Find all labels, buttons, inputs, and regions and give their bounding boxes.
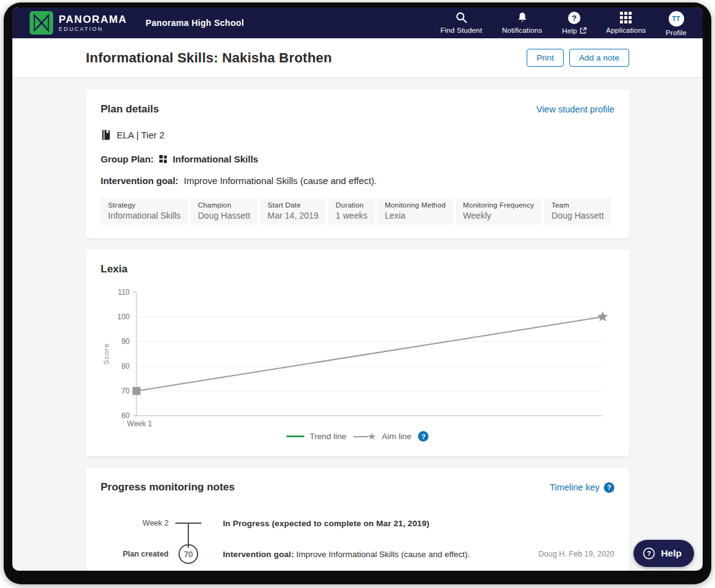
- svg-text:?: ?: [647, 550, 651, 557]
- nav-notifications[interactable]: Notifications: [502, 10, 542, 34]
- nav-notifications-label: Notifications: [502, 27, 542, 34]
- svg-text:70: 70: [122, 387, 130, 395]
- lexia-chart-card: Lexia 60708090100110Week 1Score Trend li…: [86, 250, 629, 456]
- main-content: Plan details View student profile ELA | …: [12, 77, 703, 571]
- nav-help-label: Help: [562, 27, 586, 35]
- help-circle-icon: ?: [567, 11, 581, 25]
- timeline-event-text: In Progress (expected to complete on Mar…: [223, 519, 429, 528]
- timeline-event-week2: Week 2 In Progress (expected to complete…: [101, 516, 614, 531]
- intervention-goal-value: Improve Informational Skills (cause and …: [184, 175, 377, 186]
- legend-trend-line: Trend line: [286, 432, 347, 441]
- trend-line-swatch: [286, 435, 304, 437]
- page-header: Informational Skills: Nakisha Brothen Pr…: [12, 38, 703, 77]
- svg-text:Score: Score: [102, 343, 110, 364]
- group-plan-row: Group Plan: Informational Skills: [101, 154, 614, 164]
- svg-text:90: 90: [122, 337, 130, 346]
- notes-timeline: Week 2 In Progress (expected to complete…: [101, 516, 614, 564]
- timeline-key-link[interactable]: Timeline key: [550, 482, 614, 493]
- top-nav: PANORAMA EDUCATION Panorama High School …: [12, 7, 703, 38]
- timeline-event-plan-created: Plan created 70 Intervention goal: Impro…: [101, 544, 614, 564]
- timeline-key-help-icon: [604, 482, 614, 493]
- svg-text:80: 80: [122, 362, 130, 371]
- nav-find-student-label: Find Student: [440, 27, 482, 34]
- search-icon: [455, 11, 468, 24]
- svg-text:?: ?: [572, 13, 577, 22]
- aim-line-swatch: [353, 436, 369, 437]
- intervention-goal-row: Intervention goal: Improve Informational…: [101, 175, 614, 186]
- timeline-event-label: Plan created: [101, 550, 169, 558]
- progress-notes-card: Progress monitoring notes Timeline key W…: [86, 468, 629, 571]
- plan-details-title: Plan details: [101, 103, 537, 116]
- timeline-event-meta: Doug H. Feb 19, 2020: [531, 550, 614, 558]
- window-frame: PANORAMA EDUCATION Panorama High School …: [4, 2, 711, 584]
- floating-help-button[interactable]: ? Help: [633, 540, 694, 567]
- panorama-logo[interactable]: PANORAMA EDUCATION: [30, 11, 127, 35]
- page-title: Informational Skills: Nakisha Brothen: [86, 50, 527, 66]
- timeline-event-label: Week 2: [101, 519, 169, 527]
- field-champion: Champion Doug Hassett: [191, 198, 258, 225]
- brand-subname: EDUCATION: [59, 27, 127, 32]
- print-button[interactable]: Print: [527, 49, 564, 67]
- legend-aim-line: ★ Aim line: [353, 432, 411, 441]
- plan-details-card: Plan details View student profile ELA | …: [86, 90, 629, 238]
- field-start-date: Start Date Mar 14, 2019: [260, 198, 326, 225]
- nav-find-student[interactable]: Find Student: [440, 10, 482, 34]
- book-icon: [101, 129, 111, 141]
- field-strategy: Strategy Informational Skills: [101, 198, 188, 225]
- timeline-goal-text: Improve Informational Skills (cause and …: [296, 550, 470, 559]
- school-name: Panorama High School: [146, 18, 244, 28]
- score-chart: 60708090100110Week 1Score: [101, 283, 614, 429]
- svg-text:100: 100: [117, 313, 130, 321]
- svg-text:60: 60: [122, 411, 130, 420]
- brand-name: PANORAMA: [59, 14, 127, 25]
- help-outline-icon: ?: [643, 547, 655, 560]
- subject-tier: ELA | Tier 2: [117, 130, 164, 140]
- group-plan-label: Group Plan:: [101, 154, 154, 164]
- group-plan-icon: [159, 155, 167, 163]
- nav-profile[interactable]: TT Profile: [666, 10, 687, 36]
- group-plan-value: Informational Skills: [173, 154, 258, 164]
- add-note-button[interactable]: Add a note: [569, 49, 629, 67]
- avatar: TT: [669, 11, 684, 27]
- chart-legend: Trend line ★ Aim line: [101, 431, 614, 443]
- timeline-connector-line: [188, 523, 189, 548]
- svg-text:Week 1: Week 1: [127, 419, 153, 428]
- external-link-icon: [580, 27, 587, 34]
- nav-profile-label: Profile: [666, 29, 687, 36]
- nav-applications[interactable]: Applications: [606, 10, 646, 34]
- field-team: Team Doug Hassett: [544, 198, 611, 225]
- star-icon: ★: [367, 434, 376, 440]
- field-monitoring-frequency: Monitoring Frequency Weekly: [456, 198, 541, 225]
- apps-grid-icon: [620, 12, 632, 24]
- timeline-goal-label: Intervention goal:: [223, 550, 294, 559]
- aim-line-help-icon[interactable]: [418, 431, 429, 442]
- svg-text:110: 110: [118, 288, 130, 296]
- field-monitoring-method: Monitoring Method Lexia: [377, 198, 453, 225]
- view-student-profile-link[interactable]: View student profile: [537, 104, 614, 114]
- subject-row: ELA | Tier 2: [101, 129, 614, 141]
- nav-actions: Find Student Notifications ? Help: [440, 10, 687, 36]
- app-window: PANORAMA EDUCATION Panorama High School …: [12, 7, 703, 571]
- nav-applications-label: Applications: [606, 27, 646, 34]
- progress-notes-title: Progress monitoring notes: [101, 481, 550, 494]
- bell-icon: [516, 11, 529, 24]
- chart-title: Lexia: [101, 263, 614, 275]
- panorama-logo-icon: [30, 11, 53, 35]
- plan-fields-row: Strategy Informational Skills Champion D…: [101, 198, 614, 225]
- nav-help[interactable]: ? Help: [562, 10, 586, 35]
- intervention-goal-label: Intervention goal:: [101, 175, 178, 186]
- field-duration: Duration 1 weeks: [328, 198, 375, 225]
